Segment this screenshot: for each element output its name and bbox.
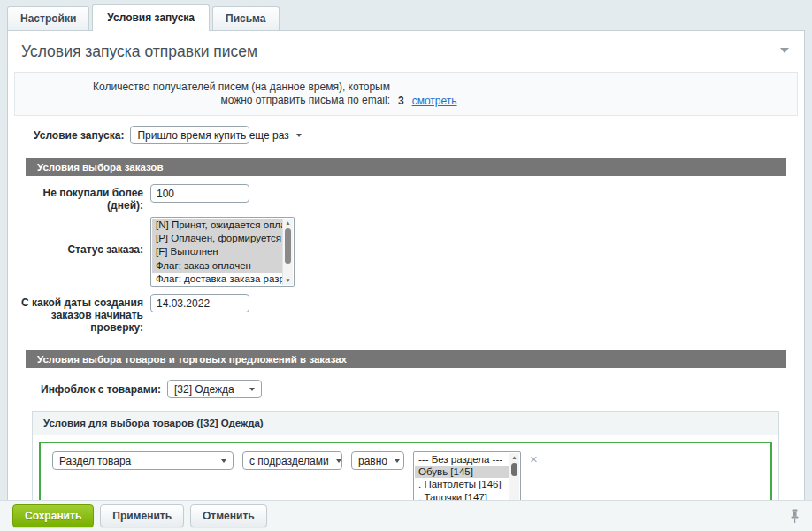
listbox-option[interactable]: . Пантолеты [146] bbox=[415, 478, 509, 490]
main-panel: Условия запуска отправки писем Количеств… bbox=[7, 30, 805, 503]
condition-row: Раздел товара с подразделами равно --- Б… bbox=[52, 451, 762, 503]
bottom-toolbar: Сохранить Применить Отменить bbox=[0, 500, 812, 531]
condition-group-box: Раздел товара с подразделами равно --- Б… bbox=[39, 442, 772, 503]
iblock-select[interactable]: [32] Одежда bbox=[167, 380, 262, 398]
chevron-down-icon[interactable] bbox=[780, 48, 789, 53]
listbox-option[interactable]: --- Без раздела --- bbox=[415, 453, 509, 466]
date-label-line1: С какой даты создания bbox=[8, 296, 143, 309]
launch-condition-value: Пришло время купить еще раз bbox=[137, 129, 288, 142]
status-label: Статус заказа: bbox=[8, 217, 143, 256]
scroll-up-icon[interactable]: ▲ bbox=[283, 219, 293, 227]
listbox-scrollbar[interactable]: ▲ ▼ bbox=[509, 453, 519, 503]
condition-field-value: Раздел товара bbox=[59, 455, 131, 467]
launch-condition-label: Условие запуска: bbox=[34, 129, 124, 142]
scroll-up-icon[interactable]: ▲ bbox=[509, 453, 519, 462]
recipients-info-box: Количество получателей писем (на данное … bbox=[14, 72, 798, 116]
listbox-option[interactable]: [F] Выполнен bbox=[152, 245, 283, 258]
recipients-info-line1: Количество получателей писем (на данное … bbox=[24, 81, 390, 94]
page-title: Условия запуска отправки писем bbox=[8, 31, 804, 70]
condition-field-select[interactable]: Раздел товара bbox=[52, 451, 234, 470]
condition-subsections-select[interactable]: с подразделами bbox=[242, 451, 342, 470]
chevron-down-icon bbox=[336, 459, 341, 463]
days-input[interactable] bbox=[150, 184, 249, 203]
recipients-view-link[interactable]: смотреть bbox=[412, 95, 457, 107]
date-input[interactable] bbox=[150, 294, 249, 312]
iblock-label: Инфоблок с товарами: bbox=[41, 383, 161, 396]
page: Настройки Условия запуска Письма Условия… bbox=[0, 0, 812, 531]
tab-letters[interactable]: Письма bbox=[212, 6, 279, 30]
listbox-option[interactable]: Флаг: заказ оплачен bbox=[152, 259, 283, 273]
iblock-value: [32] Одежда bbox=[174, 383, 234, 396]
days-row: Не покупали более (дней): bbox=[8, 184, 804, 212]
listbox-option[interactable]: [N] Принят, ожидается оплата bbox=[152, 219, 283, 232]
tab-settings[interactable]: Настройки bbox=[7, 6, 89, 30]
status-row: Статус заказа: [N] Принят, ожидается опл… bbox=[8, 217, 804, 287]
orders-section-header: Условия выбора заказов bbox=[26, 158, 786, 176]
days-label: Не покупали более (дней): bbox=[8, 184, 143, 212]
product-conditions-title: Условия для выбора товаров ([32] Одежда) bbox=[33, 412, 778, 435]
listbox-option[interactable]: Флаг: доставка заказа разрешена bbox=[152, 273, 283, 285]
chevron-down-icon bbox=[249, 388, 255, 391]
chevron-down-icon bbox=[395, 459, 400, 463]
remove-condition-icon[interactable]: × bbox=[530, 453, 538, 466]
save-button[interactable]: Сохранить bbox=[12, 504, 94, 527]
scroll-down-icon[interactable]: ▼ bbox=[283, 276, 293, 285]
listbox-option[interactable]: [P] Оплачен, формируется к отправке bbox=[152, 232, 283, 245]
pin-toolbar-button[interactable] bbox=[790, 509, 800, 524]
cancel-button[interactable]: Отменить bbox=[190, 504, 267, 527]
date-row: С какой даты создания заказов начинать п… bbox=[8, 294, 804, 334]
chevron-down-icon bbox=[296, 134, 302, 137]
listbox-option[interactable]: Обувь [145] bbox=[415, 466, 509, 478]
tab-bar: Настройки Условия запуска Письма bbox=[0, 0, 812, 30]
condition-operator-select[interactable]: равно bbox=[351, 451, 404, 470]
apply-button[interactable]: Применить bbox=[100, 504, 184, 527]
chevron-down-icon bbox=[221, 459, 226, 463]
launch-condition-row: Условие запуска: Пришло время купить еще… bbox=[34, 126, 804, 144]
condition-subsections-value: с подразделами bbox=[249, 455, 329, 467]
date-label-line2: заказов начинать проверку: bbox=[8, 309, 143, 334]
launch-condition-select[interactable]: Пришло время купить еще раз bbox=[130, 126, 249, 144]
product-conditions-panel: Условия для выбора товаров ([32] Одежда)… bbox=[32, 411, 779, 503]
scrollbar-thumb[interactable] bbox=[285, 228, 291, 264]
pin-icon bbox=[790, 509, 800, 524]
products-section-header: Условия выбора товаров и торговых предло… bbox=[26, 350, 786, 368]
condition-values-listbox[interactable]: --- Без раздела ---Обувь [145]. Пантолет… bbox=[413, 451, 521, 503]
date-label: С какой даты создания заказов начинать п… bbox=[8, 294, 143, 334]
scrollbar-thumb[interactable] bbox=[511, 463, 517, 476]
recipients-info-label: Количество получателей писем (на данное … bbox=[24, 81, 390, 107]
order-status-listbox[interactable]: [N] Принят, ожидается оплата[P] Оплачен,… bbox=[150, 217, 295, 287]
recipients-info-line2: можно отправить письма по email: bbox=[24, 94, 390, 107]
tab-launch-conditions[interactable]: Условия запуска bbox=[92, 4, 210, 31]
iblock-row: Инфоблок с товарами: [32] Одежда bbox=[41, 380, 804, 398]
recipients-count: 3 bbox=[398, 95, 404, 107]
listbox-scrollbar[interactable]: ▲ ▼ bbox=[282, 219, 293, 285]
condition-operator-value: равно bbox=[358, 455, 387, 467]
